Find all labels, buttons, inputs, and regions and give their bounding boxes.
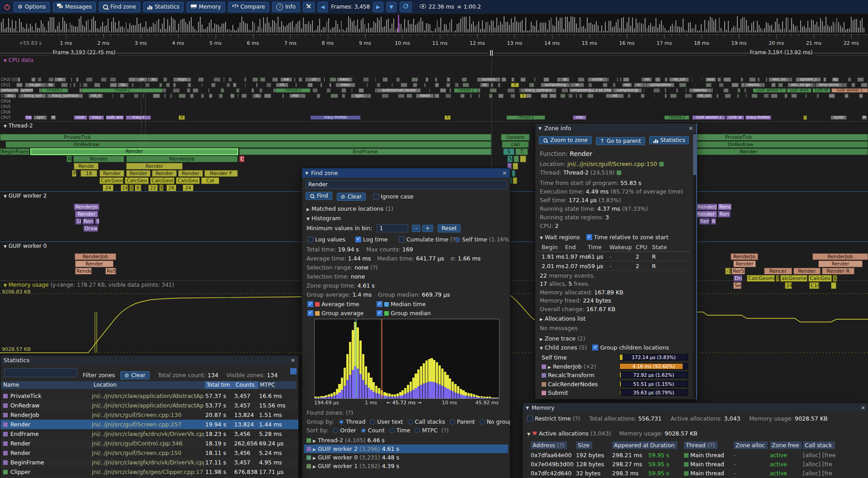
cpu-zone[interactable]: teny-servic xyxy=(816,83,843,87)
stats-table-row[interactable]: Renderjni/../jni/src/guif/Screen.cpp:150… xyxy=(0,448,298,458)
timeline-zone[interactable]: Render xyxy=(73,156,124,162)
timeline-zone[interactable]: Rende xyxy=(74,163,99,170)
options-button[interactable]: ⚙Options xyxy=(14,2,50,12)
timeline-zone[interactable]: 8 xyxy=(135,185,141,191)
timeline-zone[interactable]: C xyxy=(776,275,779,282)
cpu-zone[interactable]: sen..sis xyxy=(769,77,789,82)
memory-table-row[interactable]: 0x7e049b3d00128 bytes298.27 ms59.95 sMai… xyxy=(523,460,868,469)
thread-section-label[interactable]: ▼ GUIF worker 0 xyxy=(4,243,47,249)
cpu-zone[interactable]: tracy_systrace xyxy=(47,94,83,98)
memory-column-header[interactable]: Appeared at xyxy=(612,441,651,449)
found-zone-group-row[interactable]: ▶ Thread-2 (4,105) 6.46 s xyxy=(304,436,508,445)
active-allocations-header[interactable]: Active allocations xyxy=(539,430,589,437)
timeline-zone[interactable]: 22 xyxy=(148,185,158,191)
timeline-zone[interactable]: Cal xyxy=(201,177,219,184)
cpu-data-section-label[interactable]: ▼ CPU data xyxy=(4,57,33,63)
cpu-zone[interactable]: kw xyxy=(280,77,292,82)
timeline-zone[interactable]: C10 xyxy=(809,282,819,289)
ignore-case-checkbox[interactable] xyxy=(373,194,379,199)
cpu-zone[interactable]: Tracy xyxy=(89,115,104,120)
sort-by-radio[interactable] xyxy=(389,428,395,433)
group-by-radio[interactable] xyxy=(450,419,455,425)
legend-checkbox[interactable] xyxy=(307,310,313,316)
thread-section-label[interactable]: ▼ GUIF worker 2 xyxy=(4,193,47,199)
bin-decrease-button[interactable]: - xyxy=(412,225,420,232)
frame-label-b[interactable]: Frame 3,194 (13.92 ms) xyxy=(747,49,816,56)
timeline-zone[interactable] xyxy=(520,156,526,162)
cpu-zone[interactable]: auo xyxy=(705,77,716,82)
info-button[interactable]: iInfo xyxy=(272,2,300,12)
find-zone-button[interactable]: Find zone xyxy=(99,2,140,12)
timeline-zone[interactable]: 24 xyxy=(103,185,113,191)
cpu-zone[interactable]: Trac xyxy=(573,115,586,120)
log-time-checkbox[interactable] xyxy=(355,237,361,242)
cpu-zone[interactable]: kwod xyxy=(416,94,434,98)
timeline-zone[interactable]: Update xyxy=(501,134,530,141)
filter-input[interactable] xyxy=(4,368,77,377)
timeline-zone[interactable]: RenderJob xyxy=(812,253,868,260)
scrollbar-handle[interactable] xyxy=(290,368,297,374)
allocations-list-header[interactable]: Allocations list xyxy=(545,315,585,322)
cpu-zone[interactable]: GUIF-work xyxy=(787,88,811,93)
wait-regions-header[interactable]: Wait regions xyxy=(545,234,580,241)
frames-row[interactable]: Frame 3,193 (22.45 ms) Frame 3,194 (13.9… xyxy=(0,49,868,57)
timeline-zone[interactable]: Ren xyxy=(718,211,731,218)
timeline-zone[interactable]: RerS xyxy=(731,268,745,274)
cpu-zone[interactable]: Thread-2 xyxy=(275,88,311,93)
next-frame-button[interactable]: ▶ xyxy=(373,2,383,12)
memory-table-row[interactable]: 0x7dfc42d64032 bytes298.3 ms59.95 sMain … xyxy=(523,469,868,478)
legend-checkbox[interactable] xyxy=(307,301,313,307)
timeline-zone[interactable]: Re5 xyxy=(105,268,116,274)
group-by-radio[interactable] xyxy=(370,419,375,425)
cpu-zone[interactable]: rol xyxy=(642,77,652,82)
timeline-zone[interactable]: CalcGeoi xyxy=(150,177,175,184)
timeline-zone[interactable]: Rerf xyxy=(699,218,710,225)
timeline-zone[interactable]: Rend xyxy=(718,204,731,210)
scrollbar-handle[interactable] xyxy=(693,134,696,175)
cpu-zone[interactable]: tracy_systrace xyxy=(520,88,557,93)
cpu-zone[interactable]: surfac xyxy=(588,77,608,82)
messages-button[interactable]: Messages xyxy=(53,2,96,12)
timeline-zone[interactable]: CalcGeo xyxy=(808,275,832,282)
timeline-zone[interactable]: Render xyxy=(126,163,183,170)
collapse-arrow-icon[interactable]: ▼ xyxy=(538,126,542,131)
cpu-zone[interactable]: GUIF w xyxy=(726,115,744,120)
cpu-zone[interactable]: tracy_syn xyxy=(20,94,46,98)
cpu-zone[interactable]: GUIF worker 0 xyxy=(753,88,786,93)
stats-table-row[interactable]: OnRedrawjni/../jni/src/claw/application/… xyxy=(0,401,298,410)
stats-table-row[interactable]: BeginFramejni/../jni/src/claw/gfx/drv/vk… xyxy=(0,458,298,467)
timeline-zone[interactable]: EndFrame xyxy=(239,148,491,155)
cpu-zone[interactable]: kfu xyxy=(5,94,16,98)
sort-by-radio[interactable] xyxy=(333,428,338,433)
find-button[interactable]: Find xyxy=(306,192,332,200)
power-icon[interactable] xyxy=(4,4,10,10)
cpu-zone[interactable]: et xyxy=(561,77,570,82)
cpu-zone[interactable]: ksys xyxy=(173,77,191,82)
min-bin-input[interactable]: 1 xyxy=(377,224,408,232)
stats-table-row[interactable]: RenderJobjni/../jni/src/guif/Screen.cpp:… xyxy=(0,410,298,420)
cpu-zone[interactable]: rot_col xyxy=(669,77,689,82)
stats-column-header[interactable]: Counts xyxy=(234,381,258,389)
memory-column-header[interactable]: Call stack xyxy=(803,441,835,449)
cpu-zone[interactable]: sysl xyxy=(33,115,47,120)
collapse-arrow-icon[interactable]: ▼ xyxy=(526,406,529,410)
cpu-zone[interactable]: kwoc xyxy=(335,83,355,87)
group-by-radio[interactable] xyxy=(480,419,485,425)
zoom-to-zone-button[interactable]: Zoom to zone xyxy=(539,136,592,144)
memory-column-header[interactable]: Zone free xyxy=(770,441,802,449)
timeline-zone[interactable]: RenderJob xyxy=(126,156,238,162)
matched-locations-header[interactable]: Matched source locations xyxy=(311,205,383,212)
self-time-toggle[interactable] xyxy=(455,237,460,242)
cpu-zone[interactable]: M xyxy=(51,115,56,120)
cpu-zone[interactable]: A xyxy=(511,83,519,87)
prev-frame-button[interactable]: ◀ xyxy=(318,2,328,12)
cpu-zone[interactable]: kv;gor xyxy=(25,83,46,87)
timeline-zone[interactable]: CalcGeo xyxy=(176,177,200,184)
group-by-radio[interactable] xyxy=(339,419,344,425)
legend-checkbox[interactable] xyxy=(377,310,382,316)
cpu-zone[interactable]: sen..sis-ge xyxy=(788,83,814,87)
sort-by-radio[interactable] xyxy=(361,428,366,433)
cpu-zone[interactable]: Tracy F xyxy=(126,115,151,120)
zoom-to-frame-button[interactable] xyxy=(400,2,412,12)
timeline-zone[interactable] xyxy=(512,170,515,177)
